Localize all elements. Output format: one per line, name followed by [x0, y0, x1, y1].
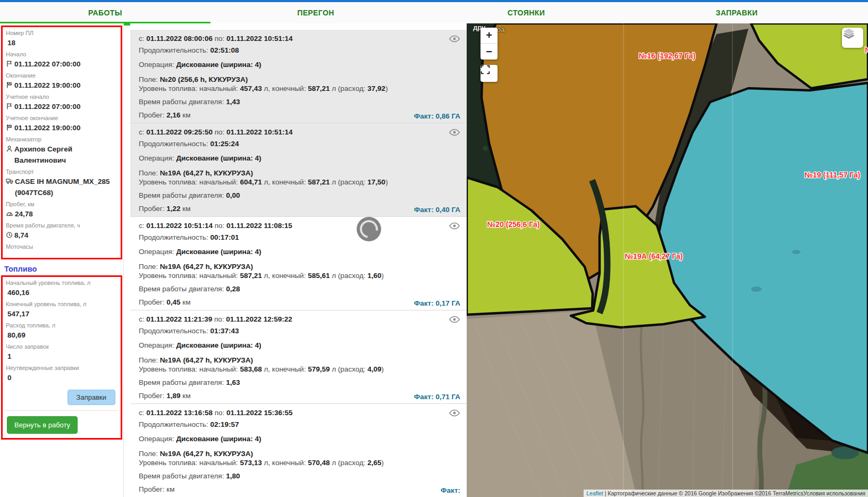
map[interactable]: №16 (192,67 Га)№19 (111,57 Га)№20 (256,6…	[467, 23, 868, 497]
field-value: CASE IH MAGNUM_MX_285 (9047ТС68)	[6, 176, 117, 198]
sidebar-field-row: Начало 01.11.2022 07:00:00	[6, 50, 117, 70]
layers-button[interactable]	[842, 28, 863, 48]
work-duration: Продолжительность: 01:25:24	[139, 139, 458, 148]
work-field: Поле: №19А (64,27 h, КУКУРУЗА)	[139, 169, 458, 178]
fuel-box: Начальный уровень топлива, л 460,16 Коне…	[1, 275, 122, 440]
sidebar-field-row: Транспорт CASE IH MAGNUM_MX_285 (9047ТС6…	[6, 168, 117, 198]
field-value: 1	[6, 351, 117, 362]
map-credits: Картографические данные © 2016 Google Из…	[608, 490, 803, 496]
work-fuel: Уровень топлива: начальный: 583,68 л, ко…	[139, 365, 458, 374]
work-field: Поле: №19А (64,27 h, КУКУРУЗА)	[139, 262, 458, 271]
field-value: 01.11.2022 19:00:00	[6, 80, 117, 91]
work-operation: Операция: Дискование (ширина: 4)	[139, 341, 458, 350]
eye-icon[interactable]	[449, 222, 460, 232]
field-label: Число заправок	[6, 343, 117, 351]
field-label: Учетное окончание	[6, 114, 117, 122]
field-label: Учетное начало	[6, 93, 117, 101]
sidebar-field-row: Пробег, км 24,78	[6, 200, 117, 220]
work-period: с: 01.11.2022 13:16:58 по: 01.11.2022 15…	[139, 408, 458, 417]
work-period: с: 01.11.2022 10:51:14 по: 01.11.2022 11…	[139, 221, 458, 230]
work-fuel: Уровень топлива: начальный: 604,71 л, ко…	[139, 178, 458, 187]
field-label: Расход топлива, л	[6, 322, 117, 330]
work-field: Поле: №19А (64,27 h, КУКУРУЗА)	[139, 356, 458, 365]
sidebar-field-row: Расход топлива, л 80,69	[6, 322, 117, 341]
work-field: Поле: №20 (256,6 h, КУКУРУЗА)	[139, 75, 458, 84]
tab-peregon[interactable]: ПЕРЕГОН	[210, 2, 421, 23]
work-duration: Продолжительность: 02:19:57	[139, 420, 458, 429]
eye-icon[interactable]	[449, 409, 460, 419]
field-value: 0	[6, 372, 117, 383]
return-to-work-button[interactable]: Вернуть в работу	[7, 416, 78, 434]
field-value: 01.11.2022 07:00:00	[6, 101, 117, 112]
flag-icon	[6, 60, 13, 68]
eye-icon[interactable]	[449, 129, 460, 138]
sidebar-field-row: Неутвержденные заправки 0	[6, 364, 117, 383]
field-label: Окончание	[6, 72, 117, 80]
person-icon	[6, 145, 13, 153]
field-label: Начальный уровень топлива, л	[6, 279, 117, 287]
field-value: 460,16	[6, 287, 117, 298]
field-label: Номер ПЛ	[6, 29, 117, 37]
zoom-control: + −	[481, 28, 498, 60]
eye-icon[interactable]	[449, 35, 460, 45]
terms-link[interactable]: Условия использования	[803, 490, 865, 496]
work-entry[interactable]: с: 01.11.2022 10:51:14 по: 01.11.2022 11…	[130, 217, 467, 310]
work-mileage: Пробег: 1,22 км	[139, 204, 458, 213]
refuels-button[interactable]: Заправки	[68, 390, 115, 405]
tab-raboty[interactable]: РАБОТЫ	[0, 2, 210, 23]
truck-icon	[6, 178, 13, 184]
clock-icon	[6, 231, 13, 239]
work-field: Поле: №19А (64,27 h, КУКУРУЗА)	[139, 449, 458, 458]
fact-area: Факт: 0,17 ГА	[414, 299, 460, 308]
work-engine-time: Время работы двигателя: 1,63	[139, 378, 458, 387]
field-label: Пробег, км	[6, 200, 117, 208]
field-label: Механизатор	[6, 136, 117, 144]
map-field-label: №19А (64,27 Га)	[625, 252, 683, 260]
work-duration: Продолжительность: 00:17:01	[139, 233, 458, 242]
work-fuel: Уровень топлива: начальный: 457,43 л, ко…	[139, 84, 458, 93]
field-value: 01.11.2022 07:00:00	[6, 58, 117, 70]
zoom-in-button[interactable]: +	[481, 28, 498, 44]
flag-checkered-icon	[6, 124, 13, 131]
sidebar-field-row: Число заправок 1	[6, 343, 117, 362]
sidebar-field-row: Учетное окончание 01.11.2022 19:00:00	[6, 114, 117, 133]
work-period: с: 01.11.2022 08:00:06 по: 01.11.2022 10…	[139, 34, 458, 43]
fact-area: Факт: 0,71 ГА	[414, 392, 460, 401]
field-value: 18	[6, 37, 117, 48]
tab-stoyanki[interactable]: СТОЯНКИ	[421, 2, 631, 23]
work-entry[interactable]: с: 01.11.2022 09:25:50 по: 01.11.2022 10…	[130, 123, 467, 217]
field-label: Транспорт	[6, 168, 117, 176]
work-engine-time: Время работы двигателя: 0,28	[139, 284, 458, 293]
field-value: 01.11.2022 19:00:00	[6, 122, 117, 133]
fullscreen-button[interactable]	[481, 65, 498, 82]
work-entry[interactable]: с: 01.11.2022 08:00:06 по: 01.11.2022 10…	[130, 30, 467, 123]
work-period: с: 01.11.2022 11:21:39 по: 01.11.2022 12…	[139, 315, 458, 324]
sidebar-field-row: Учетное начало 01.11.2022 07:00:00	[6, 93, 117, 112]
field-label: Конечный уровень топлива, л	[6, 300, 117, 308]
work-operation: Операция: Дискование (ширина: 4)	[139, 247, 458, 256]
tab-bar: РАБОТЫПЕРЕГОНСТОЯНКИЗАПРАВКИ	[0, 2, 868, 24]
sidebar-field-row: Время работы двигателя, ч 8,74	[6, 222, 117, 241]
tab-zapravki[interactable]: ЗАПРАВКИ	[631, 2, 842, 23]
sidebar-field-row: Моточасы	[6, 243, 117, 252]
field-value: 8,74	[6, 230, 117, 241]
layers-icon	[842, 28, 856, 40]
fact-area: Факт: 0,86 ГА	[414, 112, 460, 121]
map-field-label: №19 (111,57 Га)	[804, 171, 860, 179]
work-mileage: Пробег: 0,45 км	[139, 298, 458, 307]
map-canvas[interactable]: №16 (192,67 Га)№19 (111,57 Га)№20 (256,6…	[467, 23, 868, 497]
fact-area: Факт:	[441, 486, 460, 495]
eye-icon[interactable]	[449, 316, 460, 325]
leaflet-link[interactable]: Leaflet	[586, 490, 603, 496]
zoom-out-button[interactable]: −	[481, 44, 498, 60]
work-fuel: Уровень топлива: начальный: 573,13 л, ко…	[139, 458, 458, 467]
map-attribution: Leaflet | Картографические данные © 2016…	[584, 490, 868, 497]
work-entry[interactable]: с: 01.11.2022 13:16:58 по: 01.11.2022 15…	[130, 404, 467, 497]
field-value: Архипов Сергей Валентинович	[6, 144, 117, 166]
work-entry[interactable]: с: 01.11.2022 11:21:39 по: 01.11.2022 12…	[130, 310, 467, 404]
work-fuel: Уровень топлива: начальный: 587,21 л, ко…	[139, 271, 458, 280]
work-mileage: Пробег: км	[139, 485, 458, 494]
field-label: Моточасы	[6, 243, 117, 251]
map-field-label: №16 (192,67 Га)	[639, 52, 696, 60]
field-label: Начало	[6, 50, 117, 58]
